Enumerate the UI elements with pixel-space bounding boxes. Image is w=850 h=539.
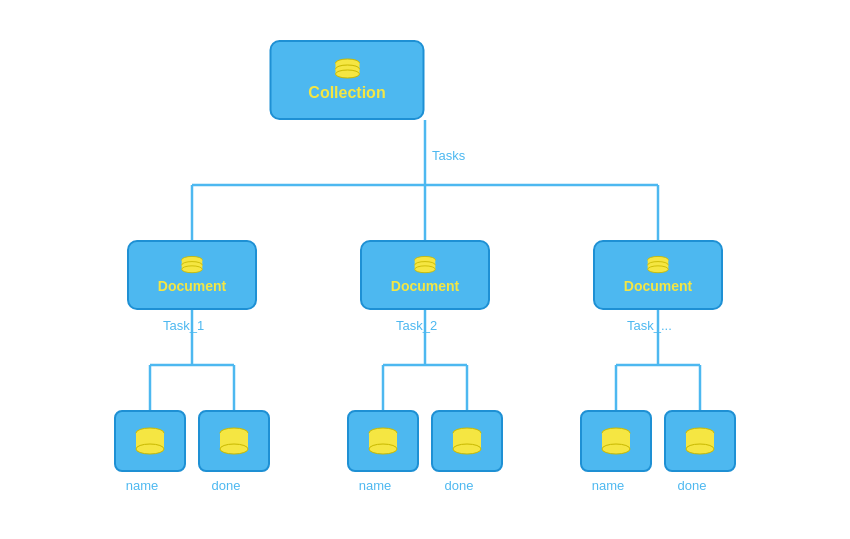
cylinder-icon-done-1 — [217, 425, 251, 457]
svg-point-48 — [453, 444, 481, 454]
doc3-edge-label: Task_... — [627, 318, 672, 333]
field-node-name-3 — [580, 410, 652, 472]
field-label-done-2: done — [423, 478, 495, 493]
field-label-name-1: name — [106, 478, 178, 493]
document-label-2: Document — [391, 278, 459, 294]
document-node-1: Document — [127, 240, 257, 310]
svg-point-26 — [182, 266, 203, 273]
field-node-done-3 — [664, 410, 736, 472]
collection-node: Collection — [270, 40, 425, 120]
svg-point-54 — [686, 444, 714, 454]
collection-label: Collection — [308, 84, 385, 102]
document-label-1: Document — [158, 278, 226, 294]
document-node-3: Document — [593, 240, 723, 310]
document-icon-3 — [646, 255, 670, 275]
cylinder-icon-done-3 — [683, 425, 717, 457]
document-icon-1 — [180, 255, 204, 275]
field-label-done-1: done — [190, 478, 262, 493]
svg-point-51 — [602, 444, 630, 454]
document-icon-2 — [413, 255, 437, 275]
svg-point-21 — [335, 70, 359, 78]
field-label-name-3: name — [572, 478, 644, 493]
collection-icon — [333, 58, 361, 80]
collection-edge-label: Tasks — [432, 148, 465, 163]
cylinder-icon-name-1 — [133, 425, 167, 457]
svg-point-36 — [648, 266, 669, 273]
field-node-done-2 — [431, 410, 503, 472]
field-node-name-2 — [347, 410, 419, 472]
document-node-2: Document — [360, 240, 490, 310]
field-label-done-3: done — [656, 478, 728, 493]
cylinder-icon-name-3 — [599, 425, 633, 457]
cylinder-icon-name-2 — [366, 425, 400, 457]
field-node-done-1 — [198, 410, 270, 472]
doc2-edge-label: Task_2 — [396, 318, 437, 333]
document-label-3: Document — [624, 278, 692, 294]
cylinder-icon-done-2 — [450, 425, 484, 457]
doc1-edge-label: Task_1 — [163, 318, 204, 333]
svg-point-31 — [415, 266, 436, 273]
field-node-name-1 — [114, 410, 186, 472]
diagram: Collection Tasks Document Task_1 Documen… — [75, 20, 775, 520]
svg-point-45 — [369, 444, 397, 454]
svg-point-39 — [136, 444, 164, 454]
svg-point-42 — [220, 444, 248, 454]
field-label-name-2: name — [339, 478, 411, 493]
